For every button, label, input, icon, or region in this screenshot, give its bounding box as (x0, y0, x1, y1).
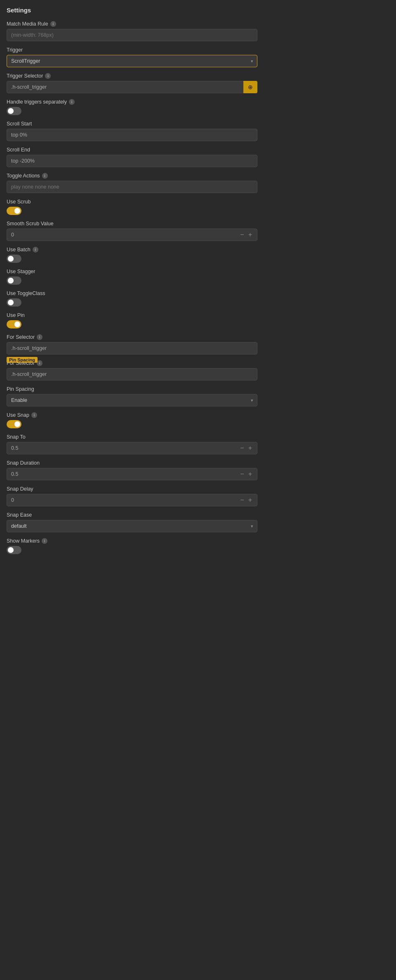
trigger-selector-label: Trigger Selector i (7, 73, 257, 79)
use-batch-toggle[interactable] (7, 255, 21, 263)
scroll-end-label: Scroll End (7, 147, 257, 153)
show-markers-label: Show Markers i (7, 538, 257, 544)
pin-spacing-label: Pin Spacing (7, 386, 257, 392)
trigger-label: Trigger (7, 47, 257, 53)
use-toggleclass-toggle[interactable] (7, 298, 21, 307)
handle-triggers-separately-group: Handle triggers separately i (7, 99, 257, 115)
use-scrub-group: Use Scrub (7, 199, 257, 215)
toggle-actions-group: Toggle Actions i (7, 173, 257, 193)
match-media-rule-label: Match Media Rule i (7, 21, 257, 27)
snap-ease-select[interactable]: default power1 power2 elastic (7, 520, 257, 532)
trigger-select-wrapper: ScrollTrigger ScrollSmoother None ▾ (7, 55, 257, 67)
for-selector-2-input[interactable] (7, 368, 257, 380)
use-toggleclass-toggle-wrapper (7, 298, 257, 307)
show-markers-toggle[interactable] (7, 546, 21, 554)
use-snap-info-icon[interactable]: i (31, 412, 37, 418)
snap-duration-controls: − + (238, 468, 257, 480)
smooth-scrub-value-wrapper: − + (7, 229, 257, 241)
use-scrub-toggle[interactable] (7, 207, 21, 215)
for-selector-1-info-icon[interactable]: i (37, 334, 42, 340)
use-scrub-label: Use Scrub (7, 199, 257, 205)
use-snap-toggle-wrapper (7, 420, 257, 428)
settings-title: Settings (7, 7, 257, 14)
use-snap-group: Use Snap i (7, 412, 257, 428)
toggle-actions-label: Toggle Actions i (7, 173, 257, 179)
use-snap-label: Use Snap i (7, 412, 257, 418)
snap-duration-wrapper: − + (7, 468, 257, 480)
smooth-scrub-value-group: Smooth Scrub Value − + (7, 221, 257, 241)
snap-to-minus-btn[interactable]: − (238, 445, 246, 451)
snap-delay-label: Snap Delay (7, 486, 257, 492)
use-stagger-group: Use Stagger (7, 269, 257, 285)
snap-delay-controls: − + (238, 494, 257, 506)
trigger-selector-group: Trigger Selector i ⊕ (7, 73, 257, 93)
toggle-actions-info-icon[interactable]: i (42, 173, 48, 179)
use-batch-info-icon[interactable]: i (33, 247, 38, 253)
trigger-selector-info-icon[interactable]: i (45, 73, 51, 79)
snap-to-input[interactable] (7, 442, 257, 454)
trigger-selector-wrapper: ⊕ (7, 81, 257, 93)
snap-ease-group: Snap Ease default power1 power2 elastic … (7, 512, 257, 532)
snap-to-group: Snap To − + (7, 434, 257, 454)
smooth-scrub-value-input[interactable] (7, 229, 257, 241)
use-batch-group: Use Batch i (7, 247, 257, 263)
snap-duration-minus-btn[interactable]: − (238, 471, 246, 477)
use-pin-toggle[interactable] (7, 320, 21, 328)
use-stagger-label: Use Stagger (7, 269, 257, 274)
snap-to-wrapper: − + (7, 442, 257, 454)
use-batch-slider (7, 255, 21, 263)
use-snap-slider (7, 420, 21, 428)
use-toggleclass-label: Use ToggleClass (7, 290, 257, 296)
selector-icon: ⊕ (248, 84, 253, 90)
trigger-selector-icon-btn[interactable]: ⊕ (243, 81, 257, 93)
snap-delay-plus-btn[interactable]: + (246, 497, 254, 503)
snap-duration-plus-btn[interactable]: + (246, 471, 254, 477)
pin-spacing-group: Pin Spacing Enable Disable ▾ (7, 386, 257, 406)
use-batch-label: Use Batch i (7, 247, 257, 253)
use-snap-toggle[interactable] (7, 420, 21, 428)
show-markers-info-icon[interactable]: i (42, 538, 47, 544)
smooth-scrub-minus-btn[interactable]: − (238, 231, 246, 238)
settings-panel: Settings Match Media Rule i Trigger Scro… (0, 0, 264, 567)
handle-triggers-info-icon[interactable]: i (69, 99, 75, 105)
scroll-start-label: Scroll Start (7, 121, 257, 127)
handle-triggers-separately-label: Handle triggers separately i (7, 99, 257, 105)
snap-delay-wrapper: − + (7, 494, 257, 506)
toggle-actions-input[interactable] (7, 181, 257, 193)
trigger-select[interactable]: ScrollTrigger ScrollSmoother None (7, 55, 257, 67)
match-media-rule-group: Match Media Rule i (7, 21, 257, 41)
trigger-selector-input[interactable] (7, 81, 257, 93)
snap-ease-select-wrapper: default power1 power2 elastic ▾ (7, 520, 257, 532)
scroll-end-group: Scroll End (7, 147, 257, 167)
snap-to-label: Snap To (7, 434, 257, 440)
pin-spacing-select[interactable]: Enable Disable (7, 394, 257, 406)
for-selector-2-info-icon[interactable]: i (37, 360, 42, 366)
use-stagger-toggle-wrapper (7, 276, 257, 285)
snap-duration-input[interactable] (7, 468, 257, 480)
for-selector-1-input[interactable] (7, 342, 257, 354)
use-scrub-toggle-wrapper (7, 207, 257, 215)
snap-delay-minus-btn[interactable]: − (238, 497, 246, 503)
snap-delay-input[interactable] (7, 494, 257, 506)
handle-triggers-slider (7, 107, 21, 115)
snap-duration-group: Snap Duration − + (7, 460, 257, 480)
use-toggleclass-group: Use ToggleClass (7, 290, 257, 307)
smooth-scrub-plus-btn[interactable]: + (246, 231, 254, 238)
snap-to-plus-btn[interactable]: + (246, 445, 254, 451)
trigger-group: Trigger ScrollTrigger ScrollSmoother Non… (7, 47, 257, 67)
show-markers-group: Show Markers i (7, 538, 257, 554)
handle-triggers-toggle[interactable] (7, 107, 21, 115)
snap-to-controls: − + (238, 442, 257, 454)
use-pin-toggle-wrapper (7, 320, 257, 328)
match-media-rule-input[interactable] (7, 29, 257, 41)
use-batch-toggle-wrapper (7, 255, 257, 263)
scroll-end-input[interactable] (7, 155, 257, 167)
smooth-scrub-value-label: Smooth Scrub Value (7, 221, 257, 227)
match-media-rule-info-icon[interactable]: i (50, 21, 56, 27)
snap-ease-label: Snap Ease (7, 512, 257, 518)
use-stagger-toggle[interactable] (7, 276, 21, 285)
show-markers-slider (7, 546, 21, 554)
for-selector-1-label: For Selector i (7, 334, 257, 340)
scroll-start-input[interactable] (7, 129, 257, 141)
use-pin-label: Use Pin (7, 312, 257, 318)
